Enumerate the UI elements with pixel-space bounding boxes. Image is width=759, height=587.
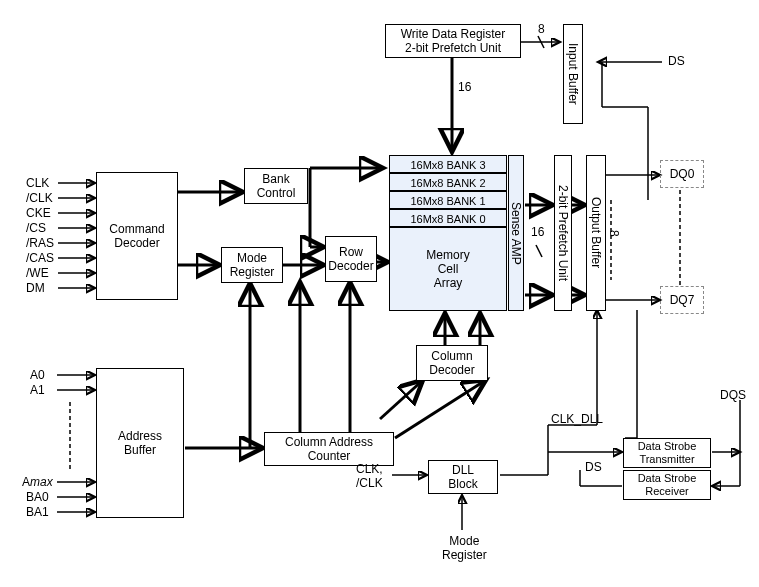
row-decoder-block: Row Decoder: [325, 236, 377, 282]
bus16-top-label: 16: [458, 80, 471, 94]
sig-amax: Amax: [22, 475, 53, 489]
write-data-register-l1: Write Data Register: [401, 27, 505, 41]
svg-line-34: [380, 380, 423, 419]
sig-a0: A0: [30, 368, 45, 382]
sig-a1: A1: [30, 383, 45, 397]
svg-line-25: [536, 245, 542, 257]
command-decoder-block: Command Decoder: [96, 172, 178, 300]
sig-dm: DM: [26, 281, 45, 295]
write-data-register-block: Write Data Register 2-bit Prefetch Unit: [385, 24, 521, 58]
input-buffer-block: Input Buffer: [563, 24, 583, 124]
sig-nclk: /CLK: [26, 191, 53, 205]
sig-we: /WE: [26, 266, 49, 280]
dll-block: DLL Block: [428, 460, 498, 494]
output-buffer-block: Output Buffer: [586, 155, 606, 311]
mode-register-bottom-label: Mode Register: [442, 534, 487, 562]
sig-cas: /CAS: [26, 251, 54, 265]
sig-cs: /CS: [26, 221, 46, 235]
bank2-block: 16Mx8 BANK 2: [389, 173, 507, 191]
sig-cke: CKE: [26, 206, 51, 220]
data-strobe-transmitter-block: Data Strobe Transmitter: [623, 438, 711, 468]
sig-ba1: BA1: [26, 505, 49, 519]
dq0-box: DQ0: [660, 160, 704, 188]
dqs-label: DQS: [720, 388, 746, 402]
sig-clk: CLK: [26, 176, 49, 190]
memory-cell-array-block: Memory Cell Array: [389, 227, 507, 311]
command-decoder-label: Command Decoder: [99, 222, 175, 251]
sig-ras: /RAS: [26, 236, 54, 250]
bus8-top-label: 8: [538, 22, 545, 36]
write-data-register-l2: 2-bit Prefetch Unit: [405, 41, 501, 55]
bank-control-block: Bank Control: [244, 168, 308, 204]
dq7-box: DQ7: [660, 286, 704, 314]
clk-dll-label: CLK_DLL: [551, 412, 603, 426]
column-decoder-block: Column Decoder: [416, 345, 488, 381]
svg-line-35: [395, 380, 486, 438]
ds-top-label: DS: [668, 54, 685, 68]
address-buffer-block: Address Buffer: [96, 368, 184, 518]
column-address-counter-block: Column Address Counter: [264, 432, 394, 466]
clk-input-label: CLK, /CLK: [356, 462, 383, 490]
sig-ba0: BA0: [26, 490, 49, 504]
data-strobe-receiver-block: Data Strobe Receiver: [623, 470, 711, 500]
diagram-stage: Write Data Register 2-bit Prefetch Unit …: [0, 0, 759, 587]
sense-amp-block: Sense AMP: [508, 155, 524, 311]
bank1-block: 16Mx8 BANK 1: [389, 191, 507, 209]
bank3-block: 16Mx8 BANK 3: [389, 155, 507, 173]
prefetch-unit-block: 2-bit Prefetch Unit: [554, 155, 572, 311]
bus8-mid-label: 8: [607, 230, 621, 237]
ds-bottom-label: DS: [585, 460, 602, 474]
bus16-mid-label: 16: [531, 225, 544, 239]
bank0-block: 16Mx8 BANK 0: [389, 209, 507, 227]
mode-register-block: Mode Register: [221, 247, 283, 283]
